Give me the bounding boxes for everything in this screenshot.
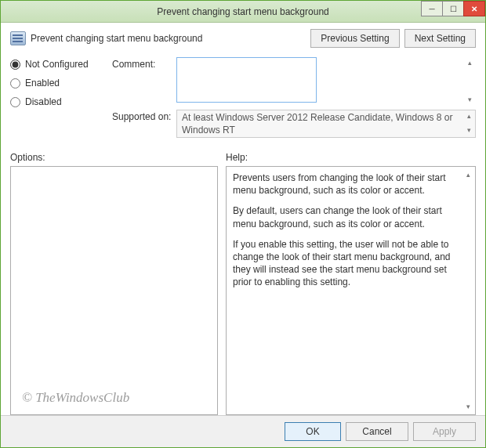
dialog-window: Prevent changing start menu background ─… [0,0,486,448]
scroll-down-icon: ▾ [464,126,473,135]
help-label: Help: [226,152,248,163]
options-label: Options: [10,152,226,163]
panel-labels: Options: Help: [10,152,476,163]
panels-row: Prevents users from changing the look of… [10,166,476,415]
comment-input[interactable] [176,57,317,103]
titlebar[interactable]: Prevent changing start menu background ─… [1,1,485,23]
radio-input-enabled[interactable] [10,78,20,89]
radio-label: Not Configured [25,59,89,70]
radio-enabled[interactable]: Enabled [10,78,112,89]
next-setting-button[interactable]: Next Setting [404,29,476,48]
radio-input-not-configured[interactable] [10,60,20,70]
close-button[interactable]: ✕ [463,1,485,16]
fields-column: Comment: ▴ ▾ Supported on: At least Wind… [112,57,476,143]
supported-value: At least Windows Server 2012 Release Can… [182,112,453,135]
radio-label: Disabled [25,96,62,107]
comment-row: Comment: ▴ ▾ [112,57,476,105]
nav-buttons: Previous Setting Next Setting [310,29,476,48]
policy-icon [10,31,26,45]
radio-not-configured[interactable]: Not Configured [10,59,112,70]
help-paragraph: Prevents users from changing the look of… [233,172,461,197]
maximize-button[interactable]: ☐ [442,1,464,16]
minimize-button[interactable]: ─ [421,1,443,16]
scroll-up-icon: ▴ [463,170,473,179]
policy-title: Prevent changing start menu background [31,33,310,44]
scroll-up-icon: ▴ [464,112,473,121]
scroll-up-icon: ▴ [465,59,474,67]
radio-disabled[interactable]: Disabled [10,96,112,107]
previous-setting-button[interactable]: Previous Setting [310,29,399,48]
apply-button[interactable]: Apply [413,422,476,441]
supported-label: Supported on: [112,110,176,138]
top-section: Not Configured Enabled Disabled Comment:… [10,57,476,143]
scroll-down-icon: ▾ [463,402,473,411]
footer-buttons: OK Cancel Apply [1,415,485,447]
supported-on-text: At least Windows Server 2012 Release Can… [176,110,476,138]
window-controls: ─ ☐ ✕ [422,1,485,16]
radio-input-disabled[interactable] [10,97,20,107]
cancel-button[interactable]: Cancel [346,422,408,441]
state-radio-group: Not Configured Enabled Disabled [10,57,112,143]
supported-row: Supported on: At least Windows Server 20… [112,110,476,138]
header-row: Prevent changing start menu background P… [10,29,476,48]
help-paragraph: If you enable this setting, the user wil… [233,238,461,289]
window-title: Prevent changing start menu background [1,6,485,17]
radio-label: Enabled [25,78,60,89]
help-panel: Prevents users from changing the look of… [226,166,476,415]
ok-button[interactable]: OK [285,422,341,441]
scroll-down-icon: ▾ [465,96,474,103]
content-area: Prevent changing start menu background P… [1,23,485,415]
comment-label: Comment: [112,57,176,105]
help-paragraph: By default, users can change the look of… [233,204,461,229]
options-panel [10,166,218,415]
